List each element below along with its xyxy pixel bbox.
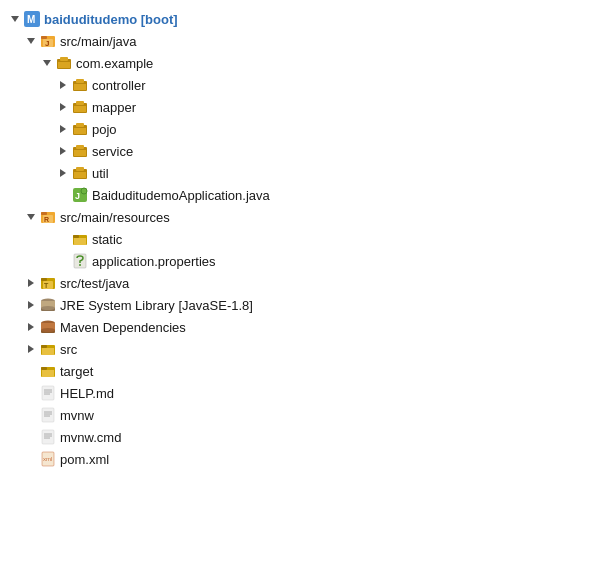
icon-package-service bbox=[72, 143, 88, 159]
svg-rect-51 bbox=[42, 348, 54, 355]
tree-item-mapper[interactable]: mapper bbox=[4, 96, 593, 118]
svg-rect-22 bbox=[76, 167, 84, 171]
tree-item-help-md[interactable]: HELP.md bbox=[4, 382, 593, 404]
tree-item-application-properties[interactable]: application.properties bbox=[4, 250, 593, 272]
arrow-pojo[interactable] bbox=[56, 122, 70, 136]
icon-src-folder-resources: R bbox=[40, 209, 56, 225]
tree-item-jre-lib[interactable]: JRE System Library [JavaSE-1.8] bbox=[4, 294, 593, 316]
icon-package-com-example bbox=[56, 55, 72, 71]
svg-rect-59 bbox=[42, 408, 54, 422]
svg-text:J: J bbox=[45, 39, 49, 48]
icon-file-mvnw-cmd bbox=[40, 429, 56, 445]
tree-item-pom-xml[interactable]: xml pom.xml bbox=[4, 448, 593, 470]
svg-rect-8 bbox=[58, 62, 70, 68]
help-md-label: HELP.md bbox=[60, 386, 114, 401]
arrow-src-main-java[interactable] bbox=[24, 34, 38, 48]
svg-point-26 bbox=[81, 188, 87, 194]
com-example-label: com.example bbox=[76, 56, 153, 71]
icon-package-mapper bbox=[72, 99, 88, 115]
svg-rect-11 bbox=[74, 84, 86, 90]
svg-rect-53 bbox=[41, 367, 47, 370]
icon-jre-lib bbox=[40, 297, 56, 313]
arrow-mapper[interactable] bbox=[56, 100, 70, 114]
tree-item-target[interactable]: target bbox=[4, 360, 593, 382]
icon-folder-static bbox=[72, 231, 88, 247]
svg-text:T: T bbox=[44, 282, 49, 289]
arrow-root[interactable] bbox=[8, 12, 22, 26]
arrow-src-test-java[interactable] bbox=[24, 276, 38, 290]
mvnw-label: mvnw bbox=[60, 408, 94, 423]
tree-item-maven-deps[interactable]: Maven Dependencies bbox=[4, 316, 593, 338]
tree-item-src-main-java[interactable]: J src/main/java bbox=[4, 30, 593, 52]
icon-file-md bbox=[40, 385, 56, 401]
svg-rect-16 bbox=[76, 123, 84, 127]
tree-item-mvnw[interactable]: mvnw bbox=[4, 404, 593, 426]
svg-rect-20 bbox=[74, 150, 86, 156]
tree-item-src-test-java[interactable]: T src/test/java bbox=[4, 272, 593, 294]
src-main-java-label: src/main/java bbox=[60, 34, 137, 49]
svg-text:R: R bbox=[44, 216, 49, 223]
svg-rect-33 bbox=[74, 238, 86, 245]
pojo-label: pojo bbox=[92, 122, 117, 137]
static-label: static bbox=[92, 232, 122, 247]
mapper-label: mapper bbox=[92, 100, 136, 115]
tree-item-static[interactable]: static bbox=[4, 228, 593, 250]
src-label: src bbox=[60, 342, 77, 357]
svg-text:xml: xml bbox=[43, 456, 52, 462]
tree-item-com-example[interactable]: com.example bbox=[4, 52, 593, 74]
tree-item-src[interactable]: src bbox=[4, 338, 593, 360]
target-label: target bbox=[60, 364, 93, 379]
svg-rect-13 bbox=[76, 101, 84, 105]
tree-item-root[interactable]: M baiduditudemo [boot] bbox=[4, 8, 593, 30]
svg-point-44 bbox=[41, 306, 55, 310]
icon-package-controller bbox=[72, 77, 88, 93]
tree-item-service[interactable]: service bbox=[4, 140, 593, 162]
icon-pom-xml: xml bbox=[40, 451, 56, 467]
tree-item-main-class[interactable]: J BaiduditudemoApplication.java bbox=[4, 184, 593, 206]
svg-text:M: M bbox=[27, 14, 35, 25]
svg-text:J: J bbox=[75, 191, 80, 201]
icon-java-spring: J bbox=[72, 187, 88, 203]
icon-file-mvnw bbox=[40, 407, 56, 423]
icon-folder-target bbox=[40, 363, 56, 379]
arrow-service[interactable] bbox=[56, 144, 70, 158]
svg-rect-19 bbox=[76, 145, 84, 149]
icon-src-folder-java: J bbox=[40, 33, 56, 49]
util-label: util bbox=[92, 166, 109, 181]
pom-xml-label: pom.xml bbox=[60, 452, 109, 467]
src-test-java-label: src/test/java bbox=[60, 276, 129, 291]
arrow-com-example[interactable] bbox=[40, 56, 54, 70]
svg-point-36 bbox=[79, 264, 81, 266]
svg-rect-10 bbox=[76, 79, 84, 83]
arrow-maven-deps[interactable] bbox=[24, 320, 38, 334]
arrow-util[interactable] bbox=[56, 166, 70, 180]
icon-package-util bbox=[72, 165, 88, 181]
arrow-src[interactable] bbox=[24, 342, 38, 356]
mvnw-cmd-label: mvnw.cmd bbox=[60, 430, 121, 445]
icon-maven-boot: M bbox=[24, 11, 40, 27]
tree-item-src-main-resources[interactable]: R src/main/resources bbox=[4, 206, 593, 228]
arrow-controller[interactable] bbox=[56, 78, 70, 92]
svg-rect-55 bbox=[42, 386, 54, 400]
icon-package-pojo bbox=[72, 121, 88, 137]
svg-point-48 bbox=[41, 328, 55, 332]
svg-rect-50 bbox=[41, 345, 47, 348]
controller-label: controller bbox=[92, 78, 145, 93]
icon-folder-src bbox=[40, 341, 56, 357]
svg-rect-7 bbox=[60, 57, 68, 61]
tree-item-controller[interactable]: controller bbox=[4, 74, 593, 96]
svg-rect-17 bbox=[74, 128, 86, 134]
icon-maven-deps bbox=[40, 319, 56, 335]
src-main-resources-label: src/main/resources bbox=[60, 210, 170, 225]
svg-rect-23 bbox=[74, 172, 86, 178]
tree-item-mvnw-cmd[interactable]: mvnw.cmd bbox=[4, 426, 593, 448]
svg-rect-54 bbox=[42, 370, 54, 377]
tree-item-pojo[interactable]: pojo bbox=[4, 118, 593, 140]
project-tree: M baiduditudemo [boot] J src/main/java bbox=[0, 0, 597, 567]
tree-item-util[interactable]: util bbox=[4, 162, 593, 184]
maven-deps-label: Maven Dependencies bbox=[60, 320, 186, 335]
application-properties-label: application.properties bbox=[92, 254, 216, 269]
icon-properties bbox=[72, 253, 88, 269]
arrow-src-main-resources[interactable] bbox=[24, 210, 38, 224]
arrow-jre-lib[interactable] bbox=[24, 298, 38, 312]
